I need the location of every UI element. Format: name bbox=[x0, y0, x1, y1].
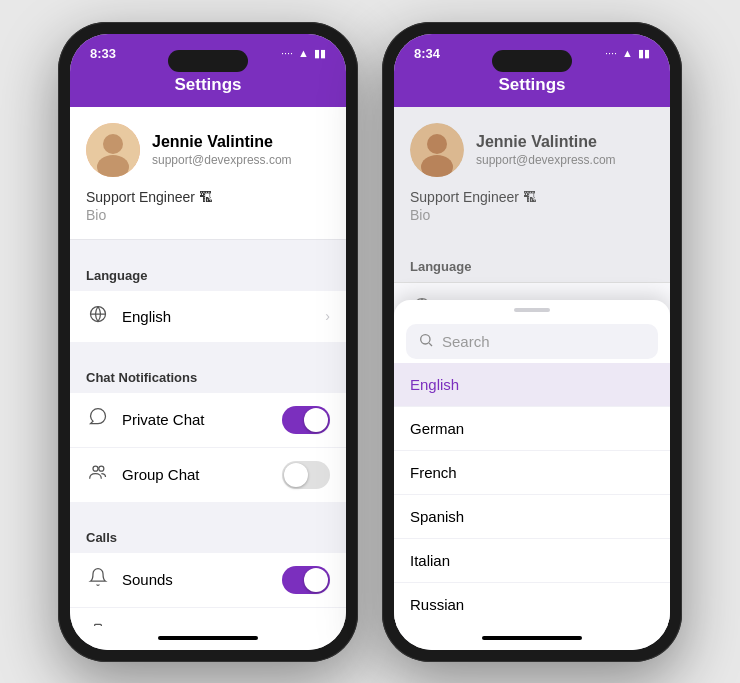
left-profile-name: Jennie Valintine bbox=[152, 133, 330, 151]
left-group-chat-label: Group Chat bbox=[122, 466, 270, 483]
left-avatar bbox=[86, 123, 140, 177]
search-container: Search bbox=[394, 316, 670, 363]
left-group-chat-row[interactable]: Group Chat bbox=[70, 448, 346, 502]
left-chat-card: Private Chat Group Chat bbox=[70, 393, 346, 502]
lang-english[interactable]: English bbox=[394, 363, 670, 407]
left-header: Settings bbox=[70, 67, 346, 107]
left-profile-role: Support Engineer 🏗 bbox=[86, 189, 330, 205]
left-home-bar bbox=[158, 636, 258, 640]
left-profile-info: Jennie Valintine support@devexpress.com bbox=[152, 133, 330, 167]
right-screen: 8:34 ···· ▲ ▮▮ Settings bbox=[394, 34, 670, 650]
lang-russian[interactable]: Russian bbox=[394, 583, 670, 626]
left-language-section: Language English › bbox=[70, 268, 346, 342]
dynamic-island-right bbox=[492, 50, 572, 72]
svg-point-12 bbox=[421, 334, 430, 343]
sheet-handle bbox=[514, 308, 550, 312]
lang-italian[interactable]: Italian bbox=[394, 539, 670, 583]
right-header-title: Settings bbox=[498, 75, 565, 94]
left-language-card: English › bbox=[70, 291, 346, 342]
wifi-icon: ▲ bbox=[298, 47, 309, 59]
dots-icon: ···· bbox=[281, 47, 293, 59]
lang-spanish[interactable]: Spanish bbox=[394, 495, 670, 539]
right-profile-row: Jennie Valintine support@devexpress.com bbox=[410, 123, 654, 177]
left-avatar-img bbox=[86, 123, 140, 177]
left-status-icons: ···· ▲ ▮▮ bbox=[281, 47, 326, 60]
group-chat-toggle[interactable] bbox=[282, 461, 330, 489]
dots-icon-right: ···· bbox=[605, 47, 617, 59]
right-avatar bbox=[410, 123, 464, 177]
left-language-label: Language bbox=[70, 268, 346, 291]
left-content[interactable]: Jennie Valintine support@devexpress.com … bbox=[70, 107, 346, 626]
private-chat-toggle[interactable] bbox=[282, 406, 330, 434]
right-status-time: 8:34 bbox=[414, 46, 440, 61]
avatar-svg bbox=[86, 123, 140, 177]
svg-point-4 bbox=[93, 466, 98, 471]
search-icon bbox=[418, 332, 434, 351]
left-calls-card: Sounds Vibrate Default › bbox=[70, 553, 346, 626]
globe-icon bbox=[86, 304, 110, 329]
right-profile-bio: Bio bbox=[410, 207, 654, 223]
left-sounds-row[interactable]: Sounds bbox=[70, 553, 346, 608]
right-home-indicator bbox=[394, 626, 670, 650]
language-list: English German French Spanish Italian Ru… bbox=[394, 363, 670, 626]
right-profile-email: support@devexpress.com bbox=[476, 153, 654, 167]
left-chat-label: Chat Notifications bbox=[70, 370, 346, 393]
left-profile-bio: Bio bbox=[86, 207, 330, 223]
left-calls-section: Calls Sounds bbox=[70, 530, 346, 626]
search-box[interactable]: Search bbox=[406, 324, 658, 359]
bell-icon bbox=[86, 567, 110, 592]
right-profile-role: Support Engineer 🏗 bbox=[410, 189, 654, 205]
phones-container: 8:33 ···· ▲ ▮▮ Settings bbox=[58, 22, 682, 662]
left-home-indicator bbox=[70, 626, 346, 650]
right-header: Settings bbox=[394, 67, 670, 107]
left-language-row-label: English bbox=[122, 308, 313, 325]
svg-point-5 bbox=[99, 466, 104, 471]
left-screen: 8:33 ···· ▲ ▮▮ Settings bbox=[70, 34, 346, 650]
right-phone: 8:34 ···· ▲ ▮▮ Settings bbox=[382, 22, 682, 662]
svg-point-1 bbox=[103, 134, 123, 154]
sounds-knob bbox=[304, 568, 328, 592]
left-profile-row: Jennie Valintine support@devexpress.com bbox=[86, 123, 330, 177]
left-profile-section: Jennie Valintine support@devexpress.com … bbox=[70, 107, 346, 239]
left-calls-label: Calls bbox=[70, 530, 346, 553]
left-header-title: Settings bbox=[174, 75, 241, 94]
right-bg-content: Jennie Valintine support@devexpress.com … bbox=[394, 107, 670, 626]
language-sheet[interactable]: Search English German French Spanish Ita… bbox=[394, 300, 670, 626]
left-language-chevron: › bbox=[325, 308, 330, 324]
search-input[interactable]: Search bbox=[442, 333, 490, 350]
private-chat-knob bbox=[304, 408, 328, 432]
right-home-bar bbox=[482, 636, 582, 640]
right-language-section-label: Language bbox=[394, 259, 670, 282]
wifi-icon-right: ▲ bbox=[622, 47, 633, 59]
lang-french[interactable]: French bbox=[394, 451, 670, 495]
left-profile-email: support@devexpress.com bbox=[152, 153, 330, 167]
left-private-chat-label: Private Chat bbox=[122, 411, 270, 428]
group-icon bbox=[86, 462, 110, 487]
left-phone: 8:33 ···· ▲ ▮▮ Settings bbox=[58, 22, 358, 662]
left-vibrate-row[interactable]: Vibrate Default › bbox=[70, 608, 346, 626]
svg-point-9 bbox=[427, 134, 447, 154]
left-language-row[interactable]: English › bbox=[70, 291, 346, 342]
left-divider-1 bbox=[70, 239, 346, 240]
right-profile-name: Jennie Valintine bbox=[476, 133, 654, 151]
right-avatar-svg bbox=[410, 123, 464, 177]
chat-icon bbox=[86, 407, 110, 432]
left-chat-section: Chat Notifications Private Chat bbox=[70, 370, 346, 502]
battery-icon: ▮▮ bbox=[314, 47, 326, 60]
right-profile-section: Jennie Valintine support@devexpress.com … bbox=[394, 107, 670, 239]
left-private-chat-row[interactable]: Private Chat bbox=[70, 393, 346, 448]
dynamic-island-left bbox=[168, 50, 248, 72]
group-chat-knob bbox=[284, 463, 308, 487]
battery-icon-right: ▮▮ bbox=[638, 47, 650, 60]
lang-german[interactable]: German bbox=[394, 407, 670, 451]
left-sounds-label: Sounds bbox=[122, 571, 270, 588]
right-status-icons: ···· ▲ ▮▮ bbox=[605, 47, 650, 60]
sounds-toggle[interactable] bbox=[282, 566, 330, 594]
left-status-time: 8:33 bbox=[90, 46, 116, 61]
right-profile-info: Jennie Valintine support@devexpress.com bbox=[476, 133, 654, 167]
